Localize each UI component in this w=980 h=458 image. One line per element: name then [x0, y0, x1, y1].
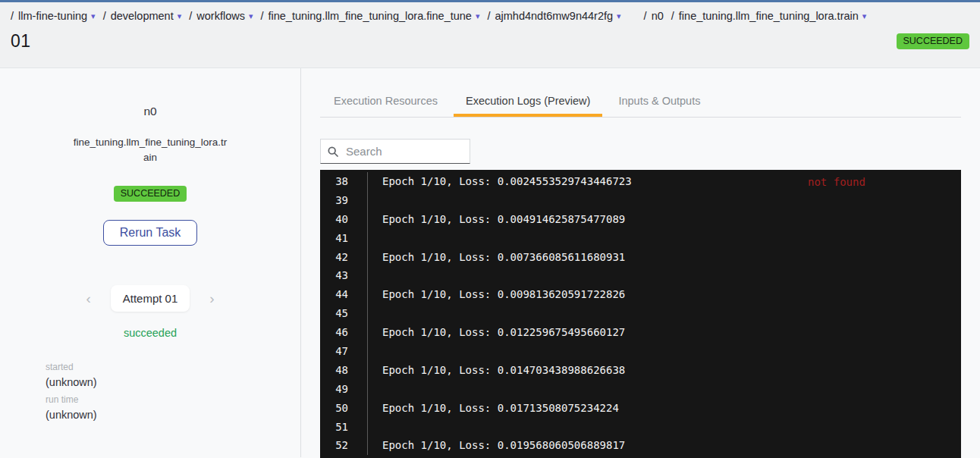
log-line-text — [368, 266, 382, 285]
breadcrumb: /llm-fine-tuning▾/development▾/workflows… — [11, 10, 969, 22]
log-line-text: Epoch 1/10, Loss: 0.01713508075234224 — [368, 399, 619, 418]
log-line-number: 41 — [320, 229, 368, 248]
tab-bar: Execution ResourcesExecution Logs (Previ… — [320, 86, 961, 118]
breadcrumb-separator: / — [103, 10, 106, 22]
log-line-text: Epoch 1/10, Loss: 0.0024553529743446723 — [368, 172, 632, 191]
breadcrumb-label: n0 — [652, 10, 664, 22]
page-header: /llm-fine-tuning▾/development▾/workflows… — [0, 2, 980, 68]
breadcrumb-item[interactable]: /fine_tuning.llm_fine_tuning_lora.train▾ — [671, 10, 867, 22]
search-input[interactable] — [346, 145, 460, 158]
meta-field: started(unknown) — [46, 362, 300, 388]
breadcrumb-item[interactable]: /n0 — [644, 10, 664, 22]
meta-field-label: started — [46, 362, 300, 372]
log-line-text: Epoch 1/10, Loss: 0.019568060506889817 — [368, 436, 625, 455]
breadcrumb-label: llm-fine-tuning — [18, 10, 87, 22]
log-line: 52Epoch 1/10, Loss: 0.019568060506889817 — [320, 436, 961, 455]
log-line-number: 38 — [320, 172, 368, 191]
log-line: 42Epoch 1/10, Loss: 0.007366085611680931 — [320, 248, 961, 267]
breadcrumb-label: fine_tuning.llm_fine_tuning_lora.train — [679, 10, 859, 22]
tab-inputs-outputs[interactable]: Inputs & Outputs — [617, 86, 702, 117]
chevron-down-icon[interactable]: ▾ — [862, 12, 867, 20]
log-error-text: not found — [808, 173, 865, 192]
log-line-number: 43 — [320, 266, 368, 285]
node-meta-fields: started(unknown)run time(unknown) — [46, 362, 300, 421]
log-line: 49 — [320, 380, 961, 399]
log-line: 46Epoch 1/10, Loss: 0.012259675495660127 — [320, 323, 961, 342]
log-line-text: Epoch 1/10, Loss: 0.007366085611680931 — [368, 248, 625, 267]
page-title: 01 — [11, 31, 31, 52]
breadcrumb-separator: / — [671, 10, 674, 22]
chevron-down-icon[interactable]: ▾ — [476, 12, 480, 20]
chevron-down-icon[interactable]: ▾ — [617, 12, 621, 20]
status-badge: SUCCEEDED — [897, 33, 970, 49]
log-line-text — [368, 380, 382, 399]
log-line: 47 — [320, 342, 961, 361]
meta-field-value: (unknown) — [46, 376, 300, 388]
breadcrumb-item[interactable]: /ajmhd4ndt6mw9n44r2fg▾ — [487, 10, 620, 22]
log-line-number: 42 — [320, 248, 368, 267]
log-line-text — [368, 418, 382, 437]
log-line: 44Epoch 1/10, Loss: 0.009813620591722826 — [320, 285, 961, 304]
log-viewer: not found 38Epoch 1/10, Loss: 0.00245535… — [320, 170, 961, 458]
breadcrumb-item[interactable]: /fine_tuning.llm_fine_tuning_lora.fine_t… — [260, 10, 479, 22]
log-line-text: Epoch 1/10, Loss: 0.014703438988626638 — [368, 361, 625, 380]
breadcrumb-separator: / — [260, 10, 263, 22]
log-line-number: 47 — [320, 342, 368, 361]
log-search-box[interactable] — [320, 139, 470, 164]
chevron-down-icon[interactable]: ▾ — [177, 12, 182, 20]
attempt-status: succeeded — [0, 327, 300, 339]
log-line-text — [368, 342, 382, 361]
attempt-label: Attempt 01 — [111, 285, 190, 312]
log-line-number: 48 — [320, 361, 368, 380]
search-icon — [327, 146, 339, 158]
meta-field-value: (unknown) — [46, 409, 300, 421]
breadcrumb-separator: / — [644, 10, 647, 22]
log-line-text — [368, 191, 382, 210]
breadcrumb-label: development — [111, 10, 174, 22]
breadcrumb-item[interactable]: /llm-fine-tuning▾ — [11, 10, 96, 22]
chevron-left-icon[interactable]: ‹ — [83, 291, 93, 306]
log-line-number: 45 — [320, 304, 368, 323]
meta-field-label: run time — [46, 394, 300, 405]
rerun-task-button[interactable]: Rerun Task — [103, 220, 198, 246]
log-line: 39 — [320, 191, 961, 210]
log-line-number: 46 — [320, 323, 368, 342]
breadcrumb-item[interactable]: /development▾ — [103, 10, 182, 22]
log-line: 40Epoch 1/10, Loss: 0.004914625875477089 — [320, 210, 961, 229]
log-line: 51 — [320, 418, 961, 437]
node-details-sidebar: n0 fine_tuning.llm_fine_tuning_lora.trai… — [0, 68, 301, 457]
log-line: 48Epoch 1/10, Loss: 0.014703438988626638 — [320, 361, 961, 380]
log-line: 50Epoch 1/10, Loss: 0.01713508075234224 — [320, 399, 961, 418]
breadcrumb-separator: / — [487, 10, 490, 22]
log-line: 41 — [320, 229, 961, 248]
breadcrumb-separator: / — [11, 10, 14, 22]
chevron-down-icon[interactable]: ▾ — [249, 12, 253, 20]
breadcrumb-item[interactable]: /workflows▾ — [189, 10, 253, 22]
tab-execution-resources[interactable]: Execution Resources — [332, 86, 439, 117]
log-line-text: Epoch 1/10, Loss: 0.004914625875477089 — [368, 210, 625, 229]
log-line-text — [368, 304, 382, 323]
breadcrumb-label: workflows — [196, 10, 245, 22]
breadcrumb-separator: / — [189, 10, 192, 22]
log-line-number: 52 — [320, 436, 368, 455]
chevron-down-icon[interactable]: ▾ — [91, 12, 96, 20]
node-status-badge: SUCCEEDED — [114, 186, 187, 202]
log-line-number: 40 — [320, 210, 368, 229]
log-line-number: 50 — [320, 399, 368, 418]
breadcrumb-label: fine_tuning.llm_fine_tuning_lora.fine_tu… — [268, 10, 471, 22]
log-line: 45 — [320, 304, 961, 323]
log-line-number: 39 — [320, 191, 368, 210]
breadcrumb-label: ajmhd4ndt6mw9n44r2fg — [495, 10, 614, 22]
log-line-text: Epoch 1/10, Loss: 0.012259675495660127 — [368, 323, 625, 342]
tab-execution-logs-preview[interactable]: Execution Logs (Preview) — [464, 86, 592, 117]
node-execution-panel: Execution ResourcesExecution Logs (Previ… — [301, 68, 980, 457]
chevron-right-icon[interactable]: › — [206, 291, 217, 306]
log-line-number: 44 — [320, 285, 368, 304]
task-name: fine_tuning.llm_fine_tuning_lora.train — [71, 135, 230, 165]
log-line-number: 51 — [320, 418, 368, 437]
log-line: 43 — [320, 266, 961, 285]
meta-field: run time(unknown) — [46, 394, 300, 421]
log-line-text: Epoch 1/10, Loss: 0.009813620591722826 — [368, 285, 625, 304]
log-line-text — [368, 229, 382, 248]
log-line-number: 49 — [320, 380, 368, 399]
